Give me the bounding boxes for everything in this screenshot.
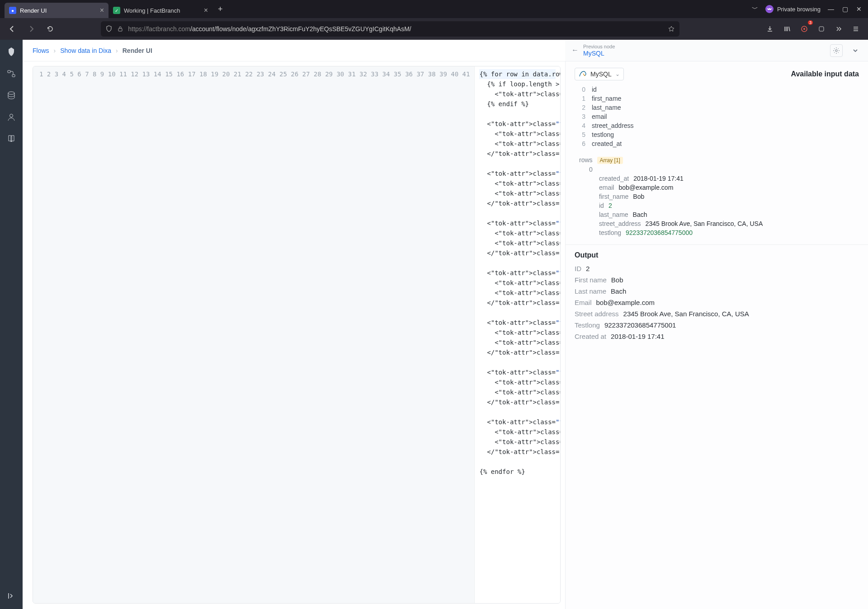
field-name: email [592,113,607,120]
close-window-icon[interactable]: ✕ [856,5,862,13]
tree-key: street_address [599,220,641,227]
field-row[interactable]: 3email [579,112,859,121]
svg-point-7 [10,114,13,117]
svg-rect-0 [118,28,122,31]
breadcrumb-flows[interactable]: Flows [33,47,49,54]
field-row[interactable]: 1first_name [579,94,859,103]
nav-account-icon[interactable] [6,112,16,122]
download-icon[interactable] [762,21,778,37]
output-key: Street address [575,310,619,318]
extension2-icon[interactable] [814,21,829,37]
arrow-left-icon: ← [571,46,579,54]
tabs-dropdown-icon[interactable]: ﹀ [752,5,758,13]
field-name: testlong [592,131,614,138]
browser-tab-active[interactable]: ● Render UI × [5,3,108,18]
output-row: Created at2018-01-19 17:41 [575,331,859,342]
browser-tab[interactable]: ✓ Working | FactBranch × [108,3,212,18]
nav-data-icon[interactable] [6,90,16,100]
tree-entry[interactable]: id2 [579,201,859,210]
field-row[interactable]: 0id [579,85,859,94]
new-tab-button[interactable]: + [212,5,228,14]
field-row[interactable]: 4street_address [579,121,859,130]
tree-key: email [599,184,614,191]
code-area[interactable]: {% for row in data.rows %} {% if loop.le… [475,66,560,603]
lock-icon[interactable] [117,26,123,32]
svg-rect-3 [819,27,824,31]
nav-bar: https://factbranch.com/account/flows/nod… [0,18,868,40]
tree-value: bob@example.com [618,184,673,191]
tree-entry[interactable]: first_nameBob [579,192,859,201]
tree-value: 9223372036854775000 [626,229,693,236]
field-row[interactable]: 5testlong [579,130,859,139]
nav-docs-icon[interactable] [6,134,16,144]
logo-icon[interactable] [6,47,16,57]
svg-rect-4 [8,70,10,73]
field-index: 4 [579,122,585,129]
tree-entry[interactable]: testlong9223372036854775000 [579,228,859,237]
settings-button[interactable] [830,44,843,57]
breadcrumbs: Flows › Show data in Dixa › Render UI [23,40,565,61]
field-index: 1 [579,95,585,102]
close-icon[interactable]: × [204,7,208,14]
field-index: 6 [579,140,585,147]
output-row: Emailbob@example.com [575,297,859,308]
field-name: street_address [592,122,634,129]
line-gutter: 1 2 3 4 5 6 7 8 9 10 11 12 13 14 15 16 1… [33,66,475,603]
source-selector[interactable]: MySQL ⌄ [575,68,624,80]
maximize-icon[interactable]: ▢ [842,5,848,13]
content: 1 2 3 4 5 6 7 8 9 10 11 12 13 14 15 16 1… [23,61,868,609]
tree-index[interactable]: 0 [589,166,593,173]
field-name: id [592,86,597,93]
svg-point-2 [803,28,805,30]
tree-key: last_name [599,211,628,218]
field-row[interactable]: 6created_at [579,139,859,148]
url-bar[interactable]: https://factbranch.com/account/flows/nod… [101,21,679,37]
field-index: 5 [579,131,585,138]
menu-icon[interactable] [848,21,863,37]
output-value: Bach [611,287,626,295]
tree-key: created_at [599,175,629,182]
output-value: 2 [586,265,590,272]
field-name: created_at [592,140,622,147]
extension-icon[interactable] [797,21,812,37]
forward-button[interactable] [24,21,39,37]
breadcrumb-current: Render UI [123,47,152,54]
svg-point-6 [8,92,14,94]
chevron-icon: › [54,47,56,54]
app: Flows › Show data in Dixa › Render UI ← … [0,40,868,609]
tree-entry[interactable]: last_nameBach [579,210,859,219]
caret-icon: ⌄ [615,71,620,77]
minimize-icon[interactable]: — [828,5,834,13]
close-icon[interactable]: × [100,7,104,14]
shield-icon[interactable] [105,25,113,33]
tree-entry[interactable]: street_address2345 Brook Ave, San Franci… [579,219,859,228]
tree-entry[interactable]: created_at2018-01-19 17:41 [579,174,859,183]
back-button[interactable] [5,21,20,37]
previous-node-link[interactable]: ← Previous node MySQL [571,44,615,57]
code-editor[interactable]: 1 2 3 4 5 6 7 8 9 10 11 12 13 14 15 16 1… [33,66,561,604]
private-browsing-indicator: Private browsing [765,5,821,13]
output-key: ID [575,265,581,272]
library-icon[interactable] [779,21,795,37]
output-key: First name [575,276,607,284]
url-text: https://factbranch.com/account/flows/nod… [128,25,411,33]
collapse-panel-button[interactable] [849,44,862,57]
field-row[interactable]: 2last_name [579,103,859,112]
bookmark-icon[interactable] [668,25,675,33]
output-key: Created at [575,333,606,340]
reload-button[interactable] [42,21,58,37]
sidebar [0,40,23,609]
right-panel: MySQL ⌄ Available input data 0id1first_n… [565,61,868,609]
private-label: Private browsing [777,6,821,13]
collapse-sidebar-icon[interactable] [6,591,16,601]
output-value: Bob [611,276,623,284]
tree-key[interactable]: rows [579,156,593,164]
nav-flows-icon[interactable] [6,69,16,79]
field-index: 3 [579,113,585,120]
overflow-icon[interactable] [831,21,846,37]
tree-entry[interactable]: emailbob@example.com [579,183,859,192]
tree-value: Bob [633,193,644,200]
field-index: 0 [579,86,585,93]
breadcrumb-parent[interactable]: Show data in Dixa [60,47,111,54]
mysql-logo-icon [579,70,587,78]
